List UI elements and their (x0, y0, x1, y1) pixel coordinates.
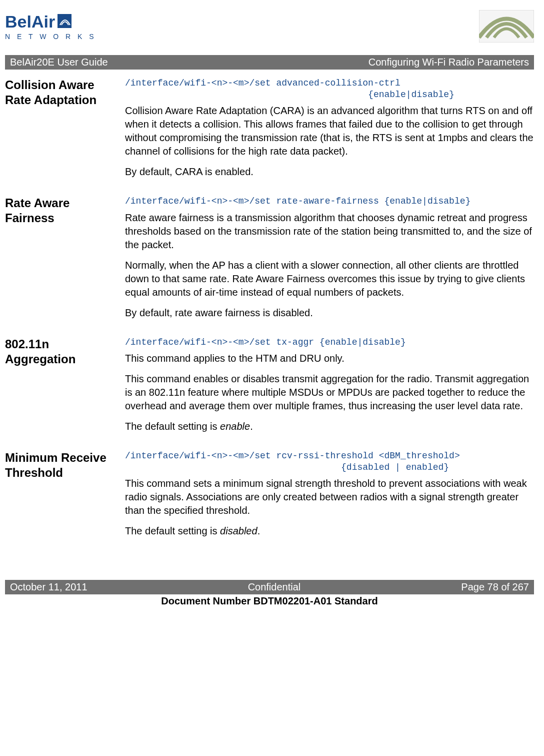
footer-bar: October 11, 2011 Confidential Page 78 of… (5, 580, 534, 594)
para-mrt-2: The default setting is disabled. (125, 524, 534, 538)
content-aggr: /interface/wifi-<n>-<m>/set tx-aggr {ena… (125, 337, 534, 441)
para-cara-1: Collision Aware Rate Adaptation (CARA) i… (125, 104, 534, 158)
footer-docnum: Document Number BDTM02201-A01 Standard (5, 595, 534, 607)
code-raf: /interface/wifi-<n>-<m>/set rate-aware-f… (125, 196, 534, 207)
para-raf-3: By default, rate aware fairness is disab… (125, 306, 534, 320)
heading-mrt: Minimum Receive Threshold (5, 450, 125, 545)
heading-raf: Rate Aware Fairness (5, 196, 125, 327)
para-aggr-3: The default setting is enable. (125, 420, 534, 433)
belair-logo: BelAir N E T W O R K S (5, 10, 95, 45)
guide-title: BelAir20E User Guide (10, 57, 108, 68)
content-raf: /interface/wifi-<n>-<m>/set rate-aware-f… (125, 196, 534, 327)
wifi-wave-icon (444, 10, 534, 45)
section-mrt: Minimum Receive Threshold /interface/wif… (5, 450, 534, 545)
header-logo-row: BelAir N E T W O R K S (5, 5, 534, 55)
svg-rect-1 (58, 14, 72, 28)
code-aggr: /interface/wifi-<n>-<m>/set tx-aggr {ena… (125, 337, 534, 348)
para-mrt-1: This command sets a minimum signal stren… (125, 477, 534, 517)
footer-confidential: Confidential (248, 581, 301, 593)
para-cara-2: By default, CARA is enabled. (125, 165, 534, 179)
heading-aggr: 802.11n Aggregation (5, 337, 125, 441)
title-bar: BelAir20E User Guide Configuring Wi-Fi R… (5, 55, 534, 70)
code-cara: /interface/wifi-<n>-<m>/set advanced-col… (125, 78, 534, 100)
content-cara: /interface/wifi-<n>-<m>/set advanced-col… (125, 78, 534, 186)
para-raf-2: Normally, when the AP has a client with … (125, 259, 534, 299)
footer-page: Page 78 of 267 (461, 581, 529, 593)
para-aggr-2: This command enables or disables transmi… (125, 372, 534, 413)
svg-text:N E T W O R K S: N E T W O R K S (5, 33, 95, 41)
para-aggr-1: This command applies to the HTM and DRU … (125, 352, 534, 365)
heading-cara: Collision Aware Rate Adaptation (5, 78, 125, 186)
section-cara: Collision Aware Rate Adaptation /interfa… (5, 78, 534, 186)
para-raf-1: Rate aware fairness is a transmission al… (125, 211, 534, 252)
content-mrt: /interface/wifi-<n>-<m>/set rcv-rssi-thr… (125, 450, 534, 545)
svg-text:BelAir: BelAir (5, 12, 55, 31)
section-raf: Rate Aware Fairness /interface/wifi-<n>-… (5, 196, 534, 327)
section-aggr: 802.11n Aggregation /interface/wifi-<n>-… (5, 337, 534, 441)
code-mrt: /interface/wifi-<n>-<m>/set rcv-rssi-thr… (125, 450, 534, 473)
chapter-title: Configuring Wi-Fi Radio Parameters (368, 57, 529, 68)
footer-date: October 11, 2011 (10, 581, 88, 593)
